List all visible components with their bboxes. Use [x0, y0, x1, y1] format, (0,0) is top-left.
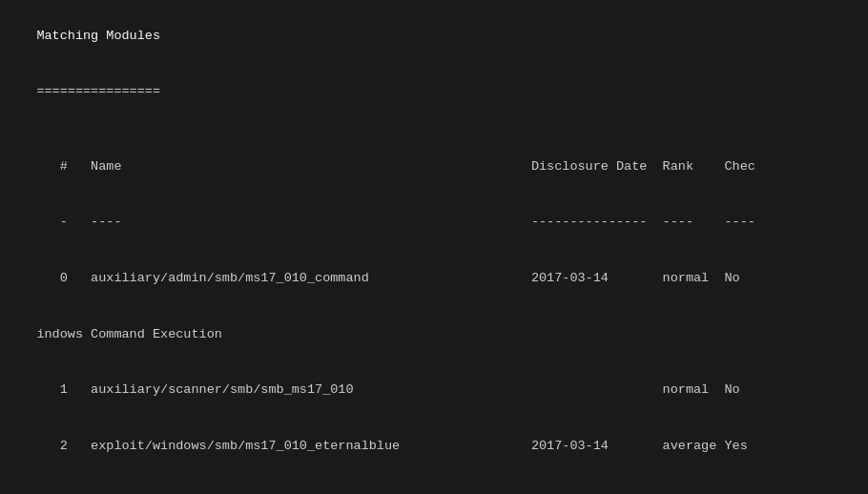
table-row-1: 1 auxiliary/scanner/smb/smb_ms17_010 nor… — [6, 362, 862, 419]
table-row-3: 3 exploit/windows/smb/ms17_010_eternalbl… — [6, 474, 862, 494]
table-row-2: 2 exploit/windows/smb/ms17_010_eternalbl… — [6, 418, 862, 474]
divider-line: ================ — [6, 64, 862, 120]
blank-line-1 — [6, 119, 862, 138]
terminal-window: Matching Modules ================ # Name… — [0, 0, 868, 494]
table-header-line: # Name Disclosure Date Rank Chec — [6, 138, 862, 195]
heading-line: Matching Modules — [6, 8, 862, 64]
table-row-0-extra: indows Command Execution — [6, 306, 862, 362]
table-row-0: 0 auxiliary/admin/smb/ms17_010_command 2… — [6, 250, 862, 306]
heading-text: Matching Modules — [36, 29, 160, 43]
table-divider-line: - ---- --------------- ---- ---- — [6, 195, 862, 251]
